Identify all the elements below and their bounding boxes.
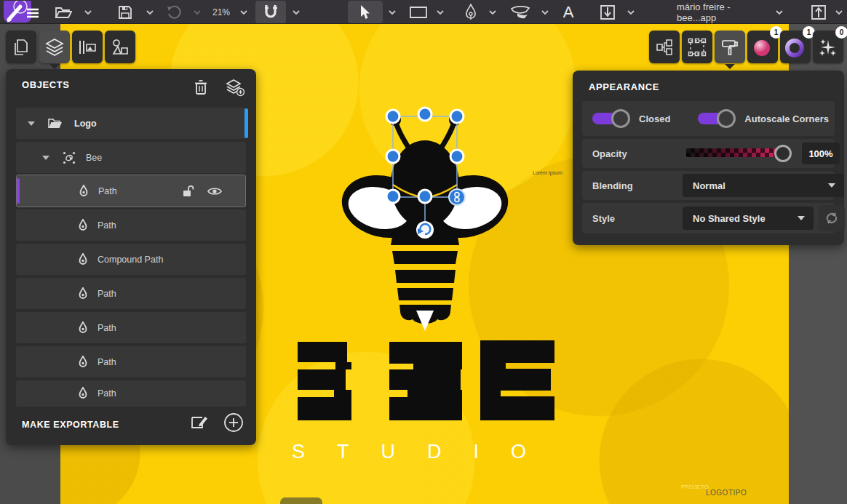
snap-magnet-button[interactable] [255,1,286,23]
style-dropdown[interactable]: No Shared Style [683,207,814,230]
layer-label: Path [98,323,116,333]
layer-row-path[interactable]: Path [16,278,246,309]
open-file-button[interactable] [51,0,76,24]
closed-label: Closed [639,113,670,124]
open-file-dropdown[interactable] [81,0,95,24]
edit-export-button[interactable] [184,407,215,438]
library-panel-button[interactable] [72,31,103,63]
app-window: STUDIO Lorem Ipsum PROJETO: LOGOTIPO [0,0,847,504]
hamburger-menu-icon[interactable] [23,0,42,24]
opacity-slider-knob[interactable] [774,145,792,162]
pen-tool-button[interactable] [458,0,483,24]
path-icon [77,287,89,300]
zoom-level[interactable]: 21% [207,0,235,24]
blending-label: Blending [592,180,633,191]
autoscale-corners-label: Autoscale Corners [744,113,829,124]
layer-label: Path [98,357,116,367]
layer-row-compound-path[interactable]: Compound Path [16,244,246,275]
layer-row-path-selected[interactable]: Path [16,175,246,207]
bottom-artwork-tab [280,497,322,504]
collapse-caret-icon[interactable] [28,121,35,126]
document-dropdown[interactable] [773,0,786,24]
objects-panel-title: OBJECTS [22,79,70,90]
shapes-panel-button[interactable] [105,31,135,63]
undo-dropdown[interactable] [191,0,204,24]
path-icon [77,253,89,266]
style-row: Style No Shared Style [582,203,835,233]
appearance-panel-button[interactable] [715,31,745,63]
visibility-eye-icon[interactable] [207,186,222,196]
blending-value: Normal [693,180,725,191]
layer-label: Path [98,186,117,196]
rectangle-tool-button[interactable] [406,0,431,24]
transform-panel-button[interactable] [649,31,680,63]
path-points-panel-button[interactable] [682,31,712,63]
closed-toggle[interactable] [592,109,630,128]
opacity-label: Opacity [592,148,627,159]
add-layer-button[interactable] [220,72,250,103]
import-button[interactable] [595,0,620,24]
select-tool-button[interactable] [348,1,383,23]
group-icon [63,151,76,164]
path-icon [77,356,89,369]
appearance-panel-title: APPEARANCE [589,81,659,92]
layer-row-path[interactable]: Path [16,209,246,241]
path-icon [77,387,89,400]
pen-tool-dropdown[interactable] [486,0,499,24]
select-tool-dropdown[interactable] [386,0,399,24]
layer-label: Path [98,220,116,231]
layers-panel-caret [49,64,60,69]
path-icon [77,321,89,335]
layer-row-bee[interactable]: Bee [16,142,246,173]
borders-panel-button[interactable]: 1 [780,31,811,63]
blending-dropdown[interactable]: Normal [683,174,844,197]
toggles-row: Closed Autoscale Corners [582,101,835,136]
layer-label: Bee [86,153,102,163]
path-icon [78,185,90,198]
lorem-ipsum-text: Lorem Ipsum [533,170,562,175]
layer-row-path[interactable]: Path [16,312,246,343]
knife-tool-dropdown[interactable] [538,0,552,24]
effects-panel-button[interactable]: 0 [813,31,843,63]
layer-label: Path [98,388,116,399]
text-tool-button[interactable]: A [557,0,580,24]
save-dropdown[interactable] [143,0,156,24]
sync-style-button[interactable] [819,205,845,231]
export-dropdown[interactable] [832,0,846,24]
folder-icon [48,118,63,129]
chevron-down-icon [798,216,805,220]
layer-label: Logo [74,119,97,129]
unlock-icon[interactable] [181,185,194,198]
opacity-slider[interactable] [686,148,781,157]
opacity-value[interactable]: 100% [802,143,840,164]
style-value: No Shared Style [693,213,766,224]
rectangle-tool-dropdown[interactable] [434,0,447,24]
export-button[interactable] [806,0,831,24]
delete-layer-button[interactable] [186,72,216,103]
layer-row-path[interactable]: Path [16,346,246,377]
path-icon [77,219,89,232]
fills-panel-button[interactable]: 1 [747,31,778,63]
pages-panel-button[interactable] [6,31,36,63]
save-button[interactable] [113,0,138,24]
layer-color-indicator [244,108,248,138]
zoom-dropdown[interactable] [237,0,250,24]
layer-row-logo[interactable]: Logo [16,108,246,139]
layers-panel-button[interactable] [39,31,70,63]
snap-dropdown[interactable] [290,0,303,24]
objects-panel: OBJECTS [6,69,256,445]
main-toolbar: 21% [0,0,847,24]
appearance-panel-caret [725,64,735,69]
collapse-caret-icon[interactable] [42,156,49,160]
effects-count-badge: 0 [835,26,847,39]
autoscale-corners-toggle[interactable] [698,109,736,128]
opacity-row: Opacity 100% [582,139,835,168]
undo-button[interactable] [162,0,186,24]
layer-row-path[interactable]: Path [16,380,246,407]
import-dropdown[interactable] [624,0,637,24]
document-name[interactable]: mário freire - bee...app [677,0,771,24]
knife-tool-button[interactable] [506,0,534,24]
add-object-button[interactable] [218,407,249,438]
appearance-panel: APPEARANCE Closed Autoscale Corners Opac… [573,71,844,245]
make-exportable-button[interactable]: MAKE EXPORTABLE [22,420,119,430]
